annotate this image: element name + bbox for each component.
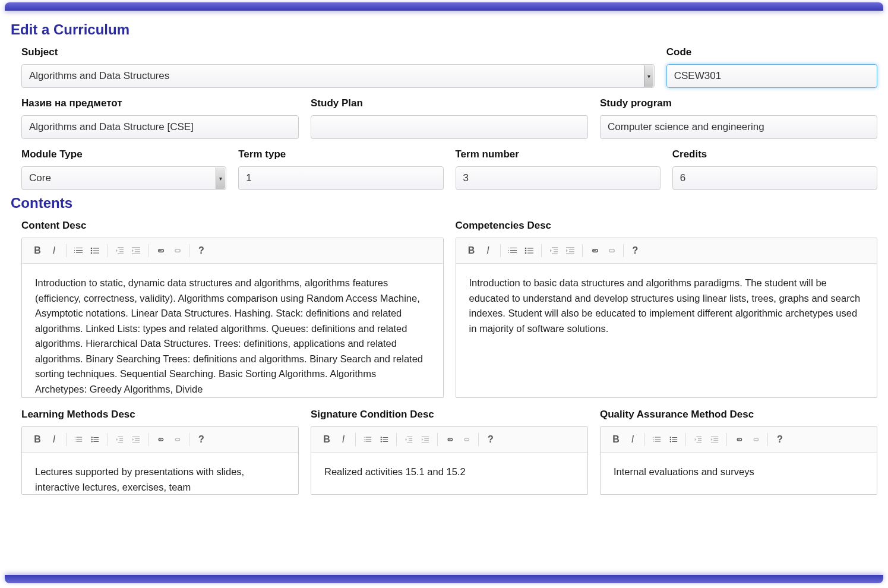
unlink-icon[interactable] [747, 432, 764, 447]
bold-icon[interactable]: B [29, 243, 46, 258]
toolbar-separator [189, 433, 189, 446]
indent-icon[interactable] [417, 432, 434, 447]
help-icon[interactable]: ? [193, 432, 210, 447]
svg-point-4 [524, 250, 526, 252]
credits-input[interactable] [672, 166, 877, 190]
unlink-icon[interactable] [169, 432, 185, 447]
credits-label: Credits [672, 148, 877, 160]
editor-toolbar: B I ? [22, 427, 298, 453]
help-icon[interactable]: ? [193, 243, 210, 258]
bold-icon[interactable]: B [608, 432, 624, 447]
svg-point-3 [524, 248, 526, 249]
study-plan-input[interactable] [311, 115, 588, 139]
unlink-icon[interactable] [169, 243, 185, 258]
learning-methods-editor: B I ? Lectures supported by presentation… [21, 426, 299, 495]
outdent-icon[interactable] [400, 432, 417, 447]
subject-select[interactable] [21, 64, 655, 88]
svg-point-7 [91, 439, 93, 440]
unlink-icon[interactable] [603, 243, 620, 258]
ordered-list-icon[interactable] [504, 243, 521, 258]
help-icon[interactable]: ? [772, 432, 788, 447]
module-type-select[interactable] [21, 166, 226, 190]
bold-icon[interactable]: B [463, 243, 480, 258]
code-label: Code [666, 46, 877, 58]
unordered-list-icon[interactable] [665, 432, 682, 447]
indent-icon[interactable] [128, 432, 144, 447]
editor-toolbar: B I ? [311, 427, 587, 453]
toolbar-separator [107, 244, 108, 257]
link-icon[interactable] [586, 243, 603, 258]
signature-condition-editor: B I ? Realized activities 15.1 and 15.2 [311, 426, 588, 495]
competencies-desc-label: Competencies Desc [456, 220, 878, 232]
naziv-label: Назив на предметот [21, 97, 299, 109]
bold-icon[interactable]: B [318, 432, 335, 447]
term-type-label: Term type [238, 148, 443, 160]
italic-icon[interactable]: I [624, 432, 641, 447]
toolbar-separator [623, 244, 624, 257]
svg-point-10 [381, 439, 382, 440]
svg-point-1 [91, 250, 93, 252]
ordered-list-icon[interactable] [649, 432, 665, 447]
toolbar-separator [644, 433, 645, 446]
editor-toolbar: B I ? [22, 238, 443, 264]
svg-point-2 [91, 252, 93, 254]
indent-icon[interactable] [562, 243, 579, 258]
learning-methods-label: Learning Methods Desc [21, 409, 299, 421]
toolbar-separator [582, 244, 583, 257]
code-input[interactable] [666, 64, 877, 88]
toolbar-separator [355, 433, 356, 446]
unlink-icon[interactable] [458, 432, 475, 447]
help-icon[interactable]: ? [627, 243, 644, 258]
toolbar-separator [767, 433, 768, 446]
competencies-desc-body[interactable]: Introduction to basic data structures an… [456, 264, 877, 397]
main-content: Edit a Curriculum Subject ▾ Code Назив н… [0, 11, 888, 575]
toolbar-separator [148, 244, 148, 257]
signature-condition-body[interactable]: Realized activities 15.1 and 15.2 [311, 453, 587, 494]
link-icon[interactable] [441, 432, 458, 447]
content-desc-label: Content Desc [21, 220, 444, 232]
subject-label: Subject [21, 46, 655, 58]
svg-point-8 [91, 441, 93, 442]
toolbar-separator [500, 244, 501, 257]
ordered-list-icon[interactable] [70, 243, 87, 258]
italic-icon[interactable]: I [46, 243, 62, 258]
unordered-list-icon[interactable] [376, 432, 393, 447]
indent-icon[interactable] [128, 243, 144, 258]
ordered-list-icon[interactable] [359, 432, 376, 447]
outdent-icon[interactable] [545, 243, 562, 258]
bold-icon[interactable]: B [29, 432, 46, 447]
outdent-icon[interactable] [111, 432, 128, 447]
signature-condition-label: Signature Condition Desc [311, 409, 588, 421]
italic-icon[interactable]: I [46, 432, 62, 447]
toolbar-separator [541, 244, 542, 257]
link-icon[interactable] [152, 243, 169, 258]
learning-methods-body[interactable]: Lectures supported by presentations with… [22, 453, 298, 494]
link-icon[interactable] [152, 432, 169, 447]
toolbar-separator [478, 433, 479, 446]
unordered-list-icon[interactable] [87, 243, 103, 258]
svg-point-12 [670, 437, 671, 438]
link-icon[interactable] [731, 432, 747, 447]
quality-assurance-editor: B I ? Internal evaluations and surveys [600, 426, 877, 495]
unordered-list-icon[interactable] [87, 432, 103, 447]
ordered-list-icon[interactable] [70, 432, 87, 447]
indent-icon[interactable] [706, 432, 723, 447]
italic-icon[interactable]: I [480, 243, 497, 258]
term-number-input[interactable] [456, 166, 661, 190]
help-icon[interactable]: ? [482, 432, 499, 447]
italic-icon[interactable]: I [335, 432, 352, 447]
naziv-input[interactable] [21, 115, 299, 139]
outdent-icon[interactable] [111, 243, 128, 258]
svg-point-14 [670, 441, 671, 442]
quality-assurance-body[interactable]: Internal evaluations and surveys [601, 453, 877, 494]
toolbar-separator [437, 433, 438, 446]
quality-assurance-label: Quality Assurance Method Desc [600, 409, 877, 421]
outdent-icon[interactable] [690, 432, 706, 447]
unordered-list-icon[interactable] [521, 243, 538, 258]
term-type-input[interactable] [238, 166, 443, 190]
toolbar-separator [148, 433, 148, 446]
study-program-input[interactable] [600, 115, 877, 139]
toolbar-separator [396, 433, 397, 446]
content-desc-body[interactable]: Introduction to static, dynamic data str… [22, 264, 443, 397]
page-title: Edit a Curriculum [11, 21, 877, 38]
